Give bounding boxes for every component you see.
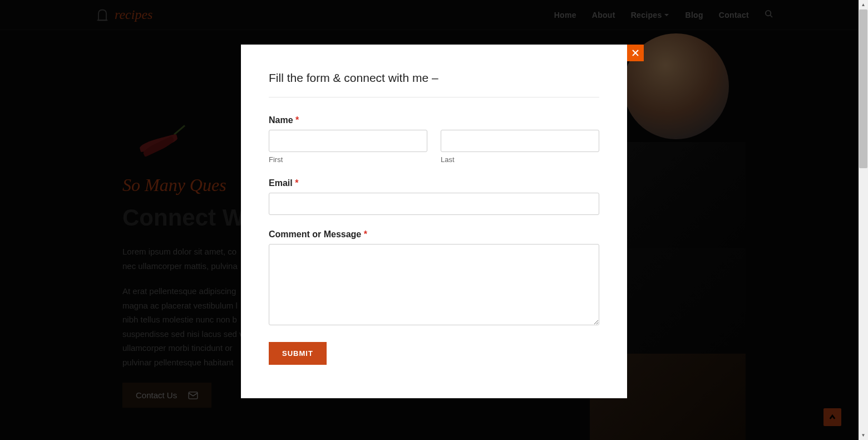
scrollbar-arrow-up[interactable]: ▲: [859, 0, 868, 9]
last-name-sublabel: Last: [441, 155, 599, 164]
contact-modal: Fill the form & connect with me – Name *…: [241, 45, 627, 398]
modal-title: Fill the form & connect with me –: [269, 71, 599, 97]
email-label: Email *: [269, 178, 599, 188]
email-input[interactable]: [269, 193, 599, 215]
last-name-input[interactable]: [441, 130, 599, 152]
scrollbar-thumb[interactable]: [859, 9, 867, 168]
submit-button[interactable]: SUBMIT: [269, 342, 327, 365]
scrollbar-track[interactable]: ▲ ▼: [859, 0, 868, 440]
required-marker: *: [295, 178, 298, 188]
first-name-sublabel: First: [269, 155, 427, 164]
required-marker: *: [295, 115, 299, 125]
email-group: Email *: [269, 178, 599, 215]
first-name-input[interactable]: [269, 130, 427, 152]
comment-group: Comment or Message *: [269, 229, 599, 327]
modal-close-button[interactable]: [627, 45, 644, 61]
scrollbar-arrow-down[interactable]: ▼: [859, 431, 868, 440]
name-row: First Last: [269, 130, 599, 164]
name-label: Name *: [269, 115, 599, 125]
comment-label: Comment or Message *: [269, 229, 599, 239]
close-icon: [632, 49, 639, 57]
comment-textarea[interactable]: [269, 244, 599, 325]
required-marker: *: [364, 229, 367, 239]
